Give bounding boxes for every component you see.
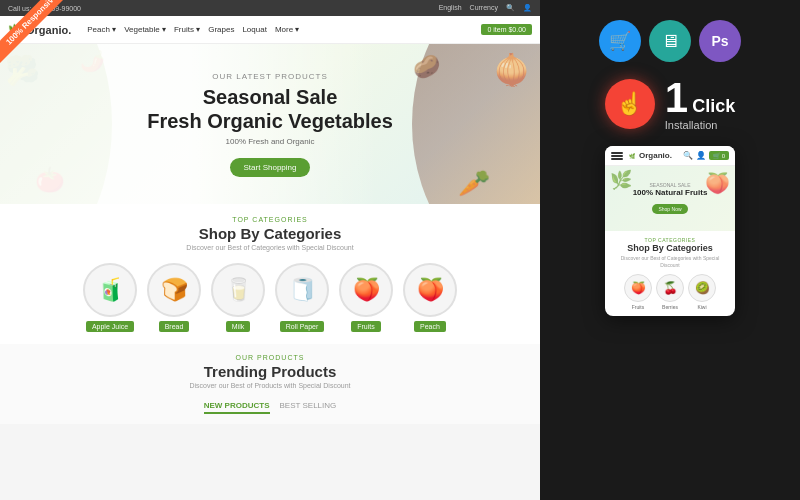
list-item[interactable]: 🧃 Apple Juice	[83, 263, 137, 332]
mobile-logo: Organio.	[639, 151, 672, 160]
mobile-hero-content: Seasonal Sale 100% Natural Fruits Shop N…	[633, 182, 708, 216]
category-circle-peach: 🍑	[403, 263, 457, 317]
mobile-nav-icons: 🔍 👤 🛒 0	[683, 151, 729, 160]
hero-section: 🥦 🍅 🌶️ 🧅 🥕 🥔 Our Latest Products Seasona…	[0, 44, 540, 204]
category-label-fruits: Fruits	[351, 321, 381, 332]
nav-grapes[interactable]: Grapes	[208, 25, 234, 34]
category-circle-fruits: 🍑	[339, 263, 393, 317]
category-circle-bread: 🍞	[147, 263, 201, 317]
currency-selector[interactable]: Currency	[470, 4, 498, 12]
trending-section: Our Products Trending Products Discover …	[0, 344, 540, 424]
list-item[interactable]: 🍒 Berries	[656, 274, 684, 310]
category-circle-milk: 🥛	[211, 263, 265, 317]
mobile-search-icon[interactable]: 🔍	[683, 151, 693, 160]
cart-feature-icon: 🛒	[599, 20, 641, 62]
badge-text: 100% Responsive	[0, 0, 76, 64]
list-item[interactable]: 🥛 Milk	[211, 263, 265, 332]
website-preview: 100% Responsive Call us: +91-999-99000 E…	[0, 0, 540, 500]
monitor-feature-icon: 🖥	[649, 20, 691, 62]
mobile-cat-desc: Discover our Best of Categories with Spe…	[611, 255, 729, 268]
language-selector[interactable]: English	[439, 4, 462, 12]
mobile-cat-label-kiwi: Kiwi	[697, 304, 706, 310]
mobile-cat-circle-berries: 🍒	[656, 274, 684, 302]
mobile-user-icon[interactable]: 👤	[696, 151, 706, 160]
categories-sub-label: Top Categories	[20, 216, 520, 223]
mobile-hero-decor-1: 🌿	[610, 169, 632, 191]
cart-button[interactable]: 0 item $0.00	[481, 24, 532, 35]
category-circle-paper: 🧻	[275, 263, 329, 317]
right-panel: 🛒 🖥 Ps ☝️ 1 Click Installation 🌿 Organio…	[540, 0, 800, 500]
trending-desc: Discover our Best of Products with Speci…	[20, 382, 520, 389]
hero-title: Seasonal Sale Fresh Organic Vegetables	[147, 85, 393, 133]
trending-tabs: NEW PRODUCTS BEST SELLING	[20, 401, 520, 414]
nav-loquat[interactable]: Loquat	[242, 25, 266, 34]
category-label-paper: Roll Paper	[280, 321, 325, 332]
list-item[interactable]: 🍑 Fruits	[624, 274, 652, 310]
mobile-cat-circle-fruits: 🍑	[624, 274, 652, 302]
mobile-categories: TOP CATEGORIES Shop By Categories Discov…	[605, 231, 735, 316]
nav-fruits[interactable]: Fruits ▾	[174, 25, 200, 34]
tab-new-products[interactable]: NEW PRODUCTS	[204, 401, 270, 414]
mobile-hero-title: 100% Natural Fruits	[633, 188, 708, 198]
categories-title: Shop By Categories	[20, 225, 520, 242]
list-item[interactable]: 🍑 Fruits	[339, 263, 393, 332]
list-item[interactable]: 🍞 Bread	[147, 263, 201, 332]
installation-section: ☝️ 1 Click Installation	[605, 77, 735, 131]
install-sublabel: Installation	[665, 119, 735, 131]
nav-vegetable[interactable]: Vegetable ▾	[124, 25, 166, 34]
mobile-hero: 🌿 🍑 Seasonal Sale 100% Natural Fruits Sh…	[605, 166, 735, 231]
mobile-cat-grid: 🍑 Fruits 🍒 Berries 🥝 Kiwi	[611, 274, 729, 310]
nav-actions: 0 item $0.00	[481, 24, 532, 35]
tab-best-selling[interactable]: BEST SELLING	[280, 401, 337, 414]
responsive-badge: 100% Responsive	[0, 0, 80, 80]
list-item[interactable]: 🥝 Kiwi	[688, 274, 716, 310]
install-number: 1	[665, 77, 688, 119]
nav-links: Peach ▾ Vegetable ▾ Fruits ▾ Grapes Loqu…	[87, 25, 473, 34]
nav-peach[interactable]: Peach ▾	[87, 25, 116, 34]
navbar: 🌿 Organio. Peach ▾ Vegetable ▾ Fruits ▾ …	[0, 16, 540, 44]
trending-title: Trending Products	[20, 363, 520, 380]
install-label: Click	[692, 96, 735, 117]
trending-sub-label: Our Products	[20, 354, 520, 361]
category-circle-juice: 🧃	[83, 263, 137, 317]
list-item[interactable]: 🍑 Peach	[403, 263, 457, 332]
install-button[interactable]: ☝️	[605, 79, 655, 129]
user-icon[interactable]: 👤	[523, 4, 532, 12]
mobile-cat-title: Shop By Categories	[611, 243, 729, 253]
photoshop-feature-icon: Ps	[699, 20, 741, 62]
mobile-cat-circle-kiwi: 🥝	[688, 274, 716, 302]
search-icon[interactable]: 🔍	[506, 4, 515, 12]
shop-button[interactable]: Start Shopping	[230, 158, 311, 177]
categories-desc: Discover our Best of Categories with Spe…	[20, 244, 520, 251]
category-label-milk: Milk	[226, 321, 250, 332]
hamburger-icon[interactable]	[611, 152, 623, 160]
category-label-peach: Peach	[414, 321, 446, 332]
install-text: 1 Click Installation	[665, 77, 735, 131]
hero-sub-label: Our Latest Products	[147, 72, 393, 81]
top-bar: Call us: +91-999-99000 English Currency …	[0, 0, 540, 16]
mobile-cat-label-berries: Berries	[662, 304, 678, 310]
category-label-bread: Bread	[159, 321, 190, 332]
nav-more[interactable]: More ▾	[275, 25, 299, 34]
mobile-cart-icon[interactable]: 🛒 0	[709, 151, 729, 160]
mobile-shop-button[interactable]: Shop Now	[652, 204, 687, 214]
hero-content: Our Latest Products Seasonal Sale Fresh …	[147, 72, 393, 177]
mobile-cat-label-fruits: Fruits	[632, 304, 645, 310]
categories-section: Top Categories Shop By Categories Discov…	[0, 204, 540, 344]
hero-description: 100% Fresh and Organic	[147, 137, 393, 146]
categories-grid: 🧃 Apple Juice 🍞 Bread 🥛 Milk 🧻 Roll Pape…	[20, 263, 520, 332]
mobile-navbar: 🌿 Organio. 🔍 👤 🛒 0	[605, 146, 735, 166]
category-label-juice: Apple Juice	[86, 321, 134, 332]
list-item[interactable]: 🧻 Roll Paper	[275, 263, 329, 332]
mobile-hero-fruit: 🍑	[705, 171, 730, 195]
mobile-leaf-icon: 🌿	[629, 153, 635, 159]
mobile-preview: 🌿 Organio. 🔍 👤 🛒 0 🌿 🍑 Seasonal Sale 100…	[605, 146, 735, 316]
feature-icons: 🛒 🖥 Ps	[599, 20, 741, 62]
